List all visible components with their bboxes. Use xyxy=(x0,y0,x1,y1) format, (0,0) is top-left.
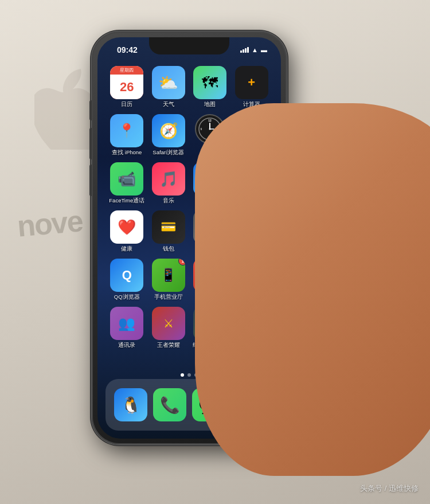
app-label-wzry: 王者荣耀 xyxy=(157,342,180,349)
app-label-music: 音乐 xyxy=(163,197,174,205)
app-safari[interactable]: 🧭 Safari浏览器 xyxy=(150,114,188,157)
app-wallet[interactable]: 💳 钱包 xyxy=(150,210,188,253)
app-label-qq-browser: QQ浏览器 xyxy=(114,294,140,301)
mute-switch xyxy=(89,100,92,120)
volume-down-button xyxy=(89,165,92,196)
app-label-mobile: 手机营业厅 xyxy=(154,294,183,301)
app-contacts[interactable]: 👥 通讯录 xyxy=(108,307,146,349)
photo-background: nove 09:42 xyxy=(0,0,430,504)
box-label: nove xyxy=(16,204,84,244)
app-calendar[interactable]: 星期四 26 日历 xyxy=(108,66,146,108)
app-icon-wallet: 💳 xyxy=(152,210,185,244)
calendar-day: 26 xyxy=(120,81,134,93)
app-icon-mobile: 📱 1 xyxy=(152,259,185,292)
app-icon-maps: 🗺 xyxy=(193,66,226,99)
app-find-iphone[interactable]: 📍 查找 iPhone xyxy=(108,114,146,157)
watermark: 头条号 / 迅维快修 xyxy=(360,483,419,494)
volume-up-button xyxy=(89,128,92,159)
app-icon-qq-browser: Q xyxy=(110,259,143,292)
app-calculator[interactable]: + 计算器 xyxy=(233,66,271,108)
app-label-find-iphone: 查找 iPhone xyxy=(112,149,142,157)
app-wzry[interactable]: ⚔ 王者荣耀 xyxy=(150,307,188,349)
app-label-contacts: 通讯录 xyxy=(118,342,135,349)
hand-background xyxy=(195,103,430,476)
page-dot-1 xyxy=(181,373,184,377)
app-music[interactable]: 🎵 音乐 xyxy=(150,162,188,205)
app-maps[interactable]: 🗺 地图 xyxy=(191,66,229,108)
app-icon-safari: 🧭 xyxy=(152,114,185,147)
app-icon-calculator: + xyxy=(235,66,268,99)
battery-icon: ▬ xyxy=(261,46,267,53)
app-icon-weather: ⛅ xyxy=(152,66,185,99)
app-health[interactable]: ❤️ 健康 xyxy=(108,210,146,253)
signal-icon xyxy=(240,47,249,53)
app-icon-music: 🎵 xyxy=(152,162,185,196)
status-time: 09:42 xyxy=(117,45,138,54)
dock-icon-phone: 📞 xyxy=(153,388,186,421)
app-badge-mobile: 1 xyxy=(178,259,185,265)
dock-app-phone[interactable]: 📞 xyxy=(153,388,186,421)
app-label-calendar: 日历 xyxy=(121,101,132,108)
wifi-icon: ▲ xyxy=(252,46,258,53)
app-icon-health: ❤️ xyxy=(110,210,143,244)
page-dot-2 xyxy=(187,373,191,377)
app-label-wallet: 钱包 xyxy=(163,245,174,253)
dock-app-qq[interactable]: 🐧 xyxy=(114,388,147,421)
app-icon-contacts: 👥 xyxy=(110,307,143,340)
notch xyxy=(149,37,229,54)
app-icon-find-iphone: 📍 xyxy=(110,114,143,147)
dock-icon-qq: 🐧 xyxy=(114,388,147,421)
app-label-safari: Safari浏览器 xyxy=(153,149,184,157)
app-label-facetime: FaceTime通话 xyxy=(109,197,144,205)
app-icon-wzry: ⚔ xyxy=(152,307,185,340)
app-qq-browser[interactable]: Q QQ浏览器 xyxy=(108,259,146,301)
app-weather[interactable]: ⛅ 天气 xyxy=(150,66,188,108)
app-mobile[interactable]: 📱 1 手机营业厅 xyxy=(150,259,188,301)
status-icons: ▲ ▬ xyxy=(240,46,267,53)
calendar-weekday: 星期四 xyxy=(110,66,143,75)
app-icon-facetime: 📹 xyxy=(110,162,143,196)
app-label-health: 健康 xyxy=(121,245,132,253)
app-label-weather: 天气 xyxy=(163,101,174,108)
app-facetime[interactable]: 📹 FaceTime通话 xyxy=(108,162,146,205)
